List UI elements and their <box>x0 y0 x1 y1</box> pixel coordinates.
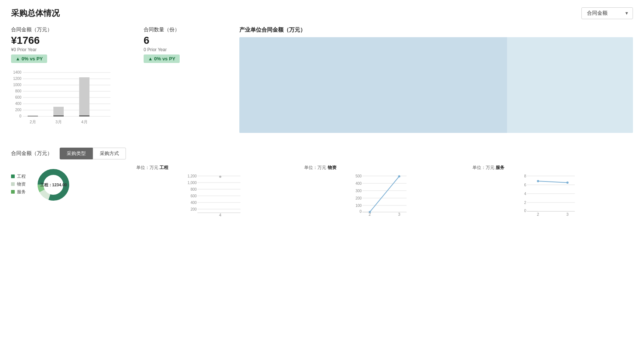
svg-text:3月: 3月 <box>55 120 61 124</box>
mini-chart-engineering: 单位：万元 工程 1,200 1,000 800 600 400 200 <box>129 165 297 219</box>
mini-chart-engineering-title: 工程 <box>159 165 168 170</box>
kpi-count-value: 6 <box>144 35 180 46</box>
svg-text:1200: 1200 <box>13 77 22 81</box>
donut-chart: 工程：1234.00 <box>33 165 74 205</box>
mini-chart-materials-unit: 单位：万元 <box>304 165 327 170</box>
svg-text:6: 6 <box>524 183 526 187</box>
kpi-count-card: 合同数量（份） 6 0 Prior Year ▲ 0% vs PY <box>144 27 180 133</box>
kpi-amount-badge: ▲ 0% vs PY <box>11 54 47 63</box>
svg-text:1400: 1400 <box>13 70 22 74</box>
industry-chart-title: 产业单位合同金额（万元） <box>239 27 633 34</box>
svg-point-73 <box>566 181 569 184</box>
mini-chart-services-unit: 单位：万元 <box>472 165 496 170</box>
mini-chart-services: 单位：万元 服务 8 6 4 2 0 <box>465 165 633 219</box>
svg-text:2: 2 <box>524 201 526 205</box>
svg-rect-20 <box>53 116 64 116</box>
bottom-section-title: 合同金额（万元） <box>11 150 52 157</box>
svg-text:3: 3 <box>566 212 569 216</box>
mini-chart-materials: 单位：万元 物资 500 400 300 200 100 0 <box>297 165 465 219</box>
mini-chart-engineering-unit: 单位：万元 <box>136 165 159 170</box>
legend-item-engineering: 工程 <box>11 173 26 180</box>
svg-text:400: 400 <box>190 201 197 205</box>
svg-point-72 <box>537 180 539 182</box>
top-section: 合同金额（万元） ¥1766 ¥0 Prior Year ▲ 0% vs PY <box>11 27 633 133</box>
svg-text:0: 0 <box>360 209 362 214</box>
chevron-down-icon: ▼ <box>624 11 629 16</box>
svg-text:800: 800 <box>15 89 21 93</box>
kpi-amount-card: 合同金额（万元） ¥1766 ¥0 Prior Year ▲ 0% vs PY <box>11 27 114 133</box>
dropdown-label: 合同金额 <box>587 10 608 17</box>
kpi-amount-value: ¥1766 <box>11 35 114 46</box>
svg-text:200: 200 <box>15 108 21 112</box>
page-title: 采购总体情况 <box>11 8 60 19</box>
amount-bar-chart: 1400 1200 1000 800 600 400 200 0 <box>11 69 114 128</box>
bottom-section: 合同金额（万元） 采购类型 采购方式 工程 物资 服务 <box>11 148 633 219</box>
svg-text:1000: 1000 <box>13 83 22 87</box>
kpi-count-badge: ▲ 0% vs PY <box>144 54 180 63</box>
svg-text:400: 400 <box>356 181 362 186</box>
svg-text:100: 100 <box>356 204 362 208</box>
svg-text:600: 600 <box>190 194 197 198</box>
svg-point-41 <box>219 176 221 178</box>
svg-text:200: 200 <box>190 207 197 211</box>
svg-text:8: 8 <box>524 174 526 178</box>
page-header: 采购总体情况 合同金额 ▼ <box>11 7 633 19</box>
svg-rect-19 <box>28 116 38 116</box>
svg-text:4月: 4月 <box>81 120 87 124</box>
svg-text:2: 2 <box>369 212 371 216</box>
svg-text:300: 300 <box>356 189 362 193</box>
svg-line-71 <box>538 181 567 183</box>
svg-text:500: 500 <box>356 174 362 178</box>
bottom-header: 合同金额（万元） 采购类型 采购方式 <box>11 148 633 159</box>
metric-dropdown[interactable]: 合同金额 ▼ <box>581 7 633 19</box>
industry-bar-chart <box>239 37 633 133</box>
svg-text:2月: 2月 <box>29 120 36 124</box>
tab-group: 采购类型 采购方式 <box>60 148 126 159</box>
legend-dot-materials <box>11 182 15 186</box>
tab-purchase-type[interactable]: 采购类型 <box>60 148 93 159</box>
mini-chart-services-header: 单位：万元 服务 <box>472 165 626 171</box>
kpi-amount-prior: ¥0 Prior Year <box>11 47 114 52</box>
svg-text:200: 200 <box>356 196 362 200</box>
legend-donut-area: 工程 物资 服务 <box>11 165 129 205</box>
svg-text:3: 3 <box>398 212 400 216</box>
amount-bar-chart-svg: 1400 1200 1000 800 600 400 200 0 <box>11 69 114 128</box>
legend-label-services: 服务 <box>17 189 26 195</box>
legend-list: 工程 物资 服务 <box>11 173 26 197</box>
mini-chart-materials-svg: 500 400 300 200 100 0 <box>304 173 457 217</box>
legend-dot-engineering <box>11 174 15 178</box>
svg-text:400: 400 <box>15 102 21 106</box>
kpi-count-label: 合同数量（份） <box>144 27 180 33</box>
mini-chart-materials-header: 单位：万元 物资 <box>304 165 457 171</box>
kpi-area: 合同金额（万元） ¥1766 ¥0 Prior Year ▲ 0% vs PY <box>11 27 225 133</box>
svg-line-55 <box>370 176 399 212</box>
svg-text:0: 0 <box>19 114 21 118</box>
legend-label-engineering: 工程 <box>17 173 26 180</box>
kpi-amount-label: 合同金额（万元） <box>11 27 114 33</box>
legend-label-materials: 物资 <box>17 181 26 187</box>
mini-chart-group: 单位：万元 工程 1,200 1,000 800 600 400 200 <box>129 165 633 219</box>
svg-text:2: 2 <box>537 212 539 216</box>
mini-chart-materials-title: 物资 <box>328 165 337 170</box>
tab-purchase-method[interactable]: 采购方式 <box>93 148 126 159</box>
svg-text:1,200: 1,200 <box>187 174 197 178</box>
industry-area: 产业单位合同金额（万元） <box>225 27 633 133</box>
bottom-charts-row: 工程 物资 服务 <box>11 165 633 219</box>
svg-text:600: 600 <box>15 95 21 99</box>
svg-rect-18 <box>79 77 89 116</box>
svg-rect-21 <box>79 116 89 116</box>
svg-text:800: 800 <box>190 187 197 191</box>
donut-center-label: 工程：1234.00 <box>40 182 67 188</box>
mini-chart-services-title: 服务 <box>496 165 504 170</box>
kpi-count-prior: 0 Prior Year <box>144 47 180 52</box>
svg-rect-17 <box>53 107 64 116</box>
mini-chart-services-svg: 8 6 4 2 0 <box>472 173 626 217</box>
legend-item-materials: 物资 <box>11 181 26 187</box>
legend-item-services: 服务 <box>11 189 26 195</box>
legend-dot-services <box>11 190 15 194</box>
mini-chart-engineering-svg: 1,200 1,000 800 600 400 200 <box>136 173 289 217</box>
svg-text:0: 0 <box>524 209 526 213</box>
svg-text:4: 4 <box>219 213 221 217</box>
svg-point-57 <box>398 175 400 177</box>
mini-chart-engineering-header: 单位：万元 工程 <box>136 165 289 171</box>
